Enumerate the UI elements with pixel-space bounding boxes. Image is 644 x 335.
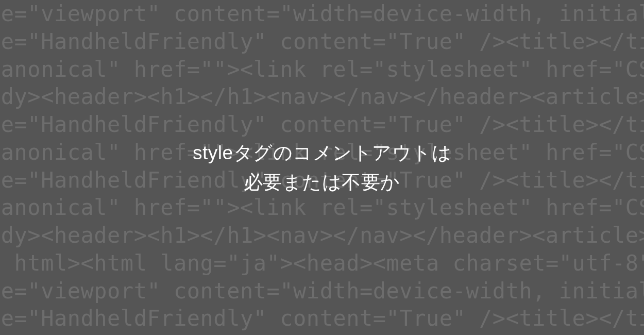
page-title: styleタグのコメントアウトは 必要または不要か [193, 138, 451, 197]
title-container: styleタグのコメントアウトは 必要または不要か [0, 0, 644, 335]
title-line-2: 必要または不要か [244, 172, 400, 193]
title-line-1: styleタグのコメントアウトは [193, 142, 451, 163]
